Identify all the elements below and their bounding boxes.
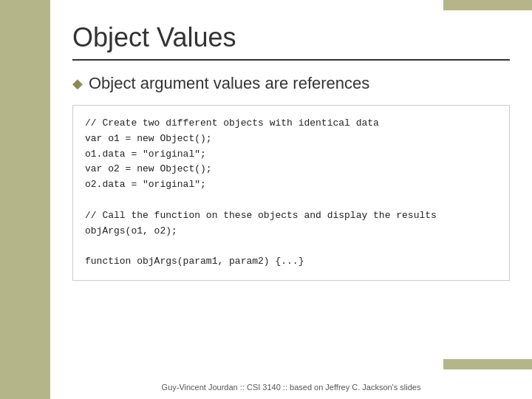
bullet-text: Object argument values are references: [89, 74, 369, 93]
diamond-icon: ◆: [72, 75, 83, 92]
title-underline: [72, 59, 510, 61]
slide-content: Object Values ◆ Object argument values a…: [50, 0, 532, 399]
title-section: Object Values: [72, 22, 510, 61]
bullet-section: ◆ Object argument values are references: [72, 74, 510, 93]
left-decorative-bar: [0, 0, 50, 399]
slide-title: Object Values: [72, 22, 510, 53]
footer-text: Guy-Vincent Jourdan :: CSI 3140 :: based…: [162, 383, 421, 392]
code-block: // Create two different objects with ide…: [72, 105, 510, 281]
footer: Guy-Vincent Jourdan :: CSI 3140 :: based…: [50, 383, 532, 392]
bullet-item: ◆ Object argument values are references: [72, 74, 510, 93]
